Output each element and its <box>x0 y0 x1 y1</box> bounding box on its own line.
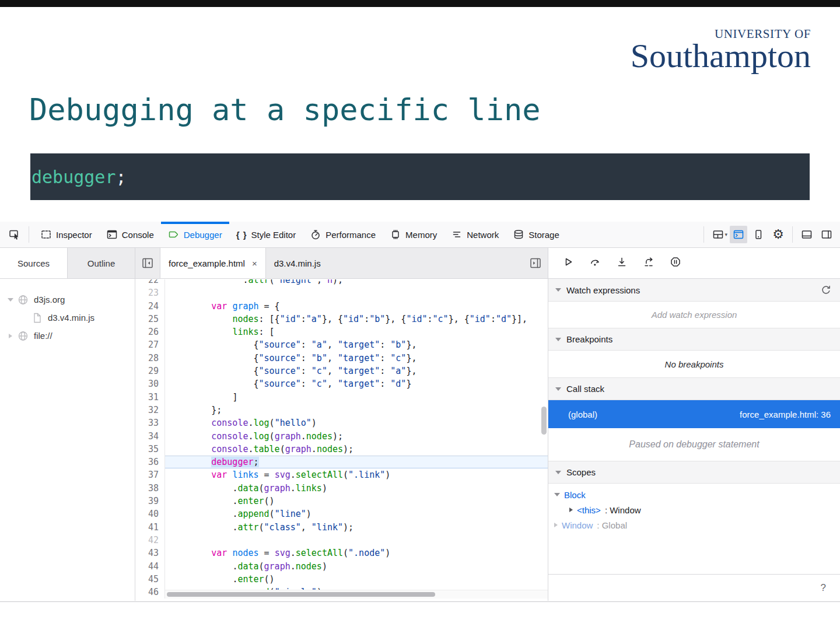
toolbar-tab-inspector[interactable]: Inspector <box>33 222 99 247</box>
expand-panel-icon[interactable] <box>528 256 543 271</box>
split-view-button[interactable] <box>709 226 727 243</box>
refresh-icon[interactable] <box>820 284 832 296</box>
line-number[interactable]: 27 <box>135 338 165 351</box>
resume-button[interactable] <box>562 256 574 270</box>
line-number[interactable]: 41 <box>135 521 165 534</box>
code-line[interactable]: 38 .data(graph.links) <box>135 482 548 495</box>
toolbar-tab-console[interactable]: Console <box>99 222 161 247</box>
watch-expressions-header[interactable]: Watch expressions <box>548 279 840 302</box>
line-number[interactable]: 28 <box>135 352 165 365</box>
code-line[interactable]: 28 {"source": "b", "target": "c"}, <box>135 352 548 365</box>
collapse-panel-icon[interactable] <box>140 256 155 271</box>
line-number[interactable]: 22 <box>135 279 165 286</box>
expand-triangle-icon[interactable] <box>554 523 558 527</box>
dock-bottom-icon <box>801 229 813 240</box>
scope-block-row[interactable]: Block <box>554 487 840 502</box>
toolbar-tab-memory[interactable]: Memory <box>383 222 444 247</box>
code-line[interactable]: 41 .attr("class", "link"); <box>135 521 548 534</box>
line-number[interactable]: 40 <box>135 508 165 520</box>
scopes-body: Block <this> : Window Window : Global <box>548 484 840 533</box>
code-line[interactable]: 22 .attr("height", h); <box>135 279 548 286</box>
code-line[interactable]: 43 var nodes = svg.selectAll(".node") <box>135 547 548 559</box>
code-line[interactable]: 31 ] <box>135 391 548 404</box>
dock-bottom-button[interactable] <box>798 226 816 243</box>
toolbar-tab-style-editor[interactable]: { }Style Editor <box>229 222 303 247</box>
responsive-mode-button[interactable] <box>750 226 767 243</box>
line-number[interactable]: 39 <box>135 495 165 508</box>
tree-item-file[interactable]: file:// <box>0 327 135 345</box>
code-line[interactable]: 39 .enter() <box>135 495 548 508</box>
line-number[interactable]: 43 <box>135 547 165 559</box>
pick-element-icon[interactable] <box>5 225 24 244</box>
step-in-button[interactable] <box>616 256 628 270</box>
line-number[interactable]: 37 <box>135 468 165 481</box>
close-icon[interactable]: × <box>252 258 257 268</box>
toolbar-tab-debugger[interactable]: Debugger <box>161 222 229 247</box>
code-line[interactable]: 29 {"source": "c", "target": "a"}, <box>135 365 548 377</box>
line-number[interactable]: 26 <box>135 326 165 338</box>
scope-window-row[interactable]: Window : Global <box>554 517 840 533</box>
line-number[interactable]: 45 <box>135 573 165 586</box>
expand-triangle-icon[interactable] <box>569 508 573 512</box>
toolbar-tab-performance[interactable]: Performance <box>303 222 383 247</box>
line-number[interactable]: 23 <box>135 286 165 299</box>
split-console-button[interactable] <box>730 226 747 243</box>
step-over-button[interactable] <box>589 256 601 270</box>
line-number[interactable]: 30 <box>135 377 165 390</box>
code-line-paused[interactable]: 36 debugger; <box>135 456 548 468</box>
code-line[interactable]: 42 <box>135 534 548 547</box>
code-line[interactable]: 23 <box>135 286 548 299</box>
code-line[interactable]: 24 var graph = { <box>135 300 548 313</box>
line-number[interactable]: 44 <box>135 560 165 573</box>
line-number[interactable]: 24 <box>135 300 165 313</box>
expand-triangle-icon[interactable] <box>7 334 14 338</box>
line-number[interactable]: 42 <box>135 534 165 547</box>
code-line[interactable]: 45 .enter() <box>135 573 548 586</box>
line-number[interactable]: 32 <box>135 404 165 416</box>
tree-item-d3-v4-min-js[interactable]: d3.v4.min.js <box>0 309 135 327</box>
line-number[interactable]: 35 <box>135 443 165 456</box>
scope-this-row[interactable]: <this> : Window <box>554 502 840 517</box>
line-number[interactable]: 25 <box>135 313 165 326</box>
call-stack-frame[interactable]: (global) force_example.html: 36 <box>548 400 840 428</box>
line-number[interactable]: 36 <box>135 456 165 468</box>
settings-button[interactable]: ⚙ <box>769 226 787 243</box>
horizontal-scrollbar[interactable] <box>165 590 548 598</box>
line-number[interactable]: 29 <box>135 365 165 377</box>
sources-tab-sources[interactable]: Sources <box>0 248 68 278</box>
sources-tab-outline[interactable]: Outline <box>68 248 135 278</box>
step-out-button[interactable] <box>643 256 654 270</box>
code-line[interactable]: 44 .data(graph.nodes) <box>135 560 548 573</box>
code-line[interactable]: 37 var links = svg.selectAll(".link") <box>135 468 548 481</box>
add-watch-expression-input[interactable]: Add watch expression <box>548 302 840 328</box>
line-number[interactable]: 46 <box>135 586 165 598</box>
tree-item-d3js-org[interactable]: d3js.org <box>0 290 135 309</box>
line-number[interactable]: 33 <box>135 416 165 429</box>
editor-tab-d3-v4-min-js[interactable]: d3.v4.min.js <box>266 248 329 278</box>
code-line[interactable]: 33 console.log("hello") <box>135 416 548 429</box>
code-line[interactable]: 25 nodes: [{"id":"a"}, {"id":"b"}, {"id"… <box>135 313 548 326</box>
code-line[interactable]: 35 console.table(graph.nodes); <box>135 443 548 456</box>
scopes-header[interactable]: Scopes <box>548 461 840 484</box>
line-number[interactable]: 31 <box>135 391 165 404</box>
call-stack-header[interactable]: Call stack <box>548 377 840 400</box>
code-line[interactable]: 27 {"source": "a", "target": "b"}, <box>135 338 548 351</box>
toolbar-tab-storage[interactable]: Storage <box>506 222 566 247</box>
collapse-triangle-icon[interactable] <box>7 298 14 302</box>
code-line[interactable]: 40 .append("line") <box>135 508 548 520</box>
code-line[interactable]: 30 {"source": "c", "target": "d"} <box>135 377 548 390</box>
scrollbar-thumb[interactable] <box>167 592 435 597</box>
vertical-scrollbar[interactable] <box>541 407 547 435</box>
paused-statement: debugger; <box>211 457 258 467</box>
line-number[interactable]: 34 <box>135 430 165 443</box>
pause-exceptions-button[interactable] <box>670 256 681 270</box>
breakpoints-header[interactable]: Breakpoints <box>548 328 840 351</box>
code-line[interactable]: 26 links: [ <box>135 326 548 338</box>
code-line[interactable]: 34 console.log(graph.nodes); <box>135 430 548 443</box>
code-line[interactable]: 32 }; <box>135 404 548 416</box>
editor-tab-force-example-html[interactable]: force_example.html× <box>160 248 266 278</box>
toolbar-tab-network[interactable]: Network <box>444 222 506 247</box>
line-number[interactable]: 38 <box>135 482 165 495</box>
dock-side-button[interactable] <box>818 226 835 243</box>
help-button[interactable]: ? <box>821 582 826 594</box>
